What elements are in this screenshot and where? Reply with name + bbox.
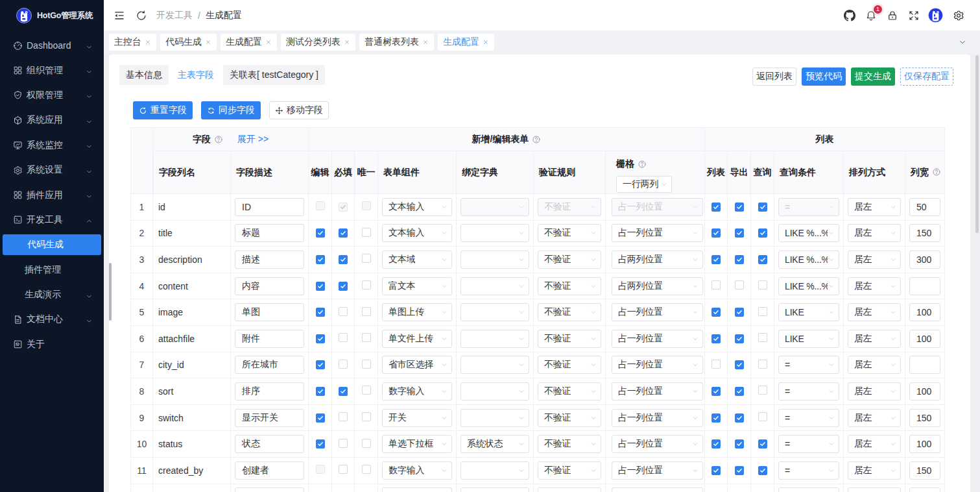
help-icon[interactable] — [532, 135, 541, 144]
rule-select[interactable]: 不验证 — [538, 251, 601, 269]
query-condition-select[interactable]: = — [778, 356, 839, 374]
required-checkbox[interactable] — [339, 307, 348, 316]
list-checkbox[interactable] — [711, 308, 721, 317]
grid-select[interactable]: 占一列位置 — [612, 330, 703, 348]
required-checkbox[interactable] — [339, 360, 348, 369]
card-tab-0[interactable]: 基本信息 — [119, 65, 169, 85]
dict-select[interactable] — [460, 356, 529, 374]
sidebar-item-menu-12[interactable]: 关于 — [0, 332, 104, 357]
column-width-input[interactable]: 100 — [909, 330, 940, 348]
grid-layout-select[interactable]: 一行两列 — [616, 176, 672, 193]
dict-select[interactable] — [460, 330, 529, 348]
export-checkbox[interactable] — [735, 439, 744, 449]
list-checkbox[interactable] — [711, 466, 721, 475]
dict-select[interactable] — [460, 277, 529, 295]
column-width-input[interactable]: 100 — [909, 435, 940, 453]
required-checkbox[interactable] — [339, 228, 348, 238]
action-button-0[interactable]: 返回列表 — [752, 68, 796, 86]
unique-checkbox[interactable] — [362, 254, 371, 263]
column-width-input[interactable] — [909, 487, 940, 492]
column-width-input[interactable]: 300 — [909, 251, 940, 269]
dict-select[interactable] — [460, 487, 529, 492]
help-icon[interactable] — [214, 135, 223, 144]
grid-select[interactable]: 占一列位置 — [612, 409, 703, 427]
page-scrollbar-thumb[interactable] — [975, 55, 979, 233]
sidebar-item-menu-1[interactable]: 组织管理 — [0, 58, 104, 82]
edit-checkbox[interactable] — [316, 282, 325, 291]
query-checkbox[interactable] — [758, 412, 767, 421]
column-width-input[interactable]: 150 — [909, 224, 940, 242]
query-checkbox[interactable] — [758, 307, 767, 316]
rule-select[interactable]: 不验证 — [538, 435, 601, 453]
column-width-input[interactable] — [909, 277, 940, 295]
rule-select[interactable]: 不验证 — [538, 224, 601, 242]
component-select[interactable]: 文本输入 — [382, 224, 452, 242]
column-width-input[interactable]: 150 — [909, 409, 940, 427]
unique-checkbox[interactable] — [362, 228, 371, 237]
help-icon[interactable] — [638, 160, 647, 169]
query-checkbox[interactable] — [758, 360, 767, 369]
dict-select[interactable] — [460, 382, 529, 400]
sidebar-item-menu-5[interactable]: 系统设置 — [0, 158, 104, 182]
grid-select[interactable]: 占一列位置 — [612, 356, 703, 374]
sidebar-item-menu-10[interactable]: 生成演示 — [0, 282, 104, 307]
edit-checkbox[interactable] — [316, 439, 325, 449]
export-checkbox[interactable] — [735, 203, 744, 212]
query-condition-select[interactable]: = — [778, 461, 839, 480]
card-tab-1[interactable]: 主表字段 — [171, 64, 221, 86]
field-desc-input[interactable]: 创建者 — [235, 461, 304, 480]
grid-select[interactable]: 占一列位置 — [612, 461, 703, 480]
unique-checkbox[interactable] — [362, 333, 371, 342]
close-icon[interactable] — [205, 39, 211, 45]
toolbar-button-0[interactable]: 重置字段 — [133, 101, 193, 119]
sidebar-item-dashboard[interactable]: Dashboard — [0, 33, 104, 58]
field-desc-input[interactable]: 附件 — [235, 330, 304, 348]
help-icon[interactable] — [932, 167, 941, 177]
grid-select[interactable]: 占一列位置 — [612, 435, 703, 453]
query-checkbox[interactable] — [758, 228, 767, 238]
rule-select[interactable]: 不验证 — [538, 303, 601, 321]
dict-select[interactable] — [460, 461, 529, 480]
edit-checkbox[interactable] — [316, 255, 325, 264]
page-tab-4[interactable]: 普通树表列表 — [359, 34, 434, 51]
lock-screen-icon[interactable] — [887, 10, 898, 21]
dict-select[interactable]: 系统状态 — [460, 435, 529, 453]
export-checkbox[interactable] — [735, 466, 744, 475]
settings-gear-icon[interactable] — [953, 10, 964, 21]
list-checkbox[interactable] — [711, 360, 721, 369]
field-desc-input[interactable]: 显示开关 — [235, 409, 304, 427]
column-width-input[interactable]: 100 — [909, 303, 940, 321]
align-select[interactable]: 居左 — [848, 224, 901, 242]
card-tab-2[interactable]: 关联表[ testCategory ] — [223, 65, 325, 85]
list-checkbox[interactable] — [711, 228, 721, 238]
component-select[interactable]: 文本域 — [382, 251, 452, 269]
dict-select[interactable] — [460, 303, 529, 321]
sidebar-item-menu-6[interactable]: 插件应用 — [0, 182, 104, 207]
align-select[interactable]: 居左 — [848, 409, 901, 427]
sidebar-item-menu-7[interactable]: 开发工具 — [0, 208, 104, 232]
column-width-input[interactable]: 100 — [909, 382, 940, 400]
sidebar-item-menu-8[interactable]: 代码生成 — [3, 234, 101, 255]
rule-select[interactable]: 不验证 — [538, 356, 601, 374]
query-condition-select[interactable] — [778, 487, 839, 492]
unique-checkbox[interactable] — [362, 280, 371, 289]
component-select[interactable]: 省市区选择 — [382, 356, 452, 374]
export-checkbox[interactable] — [735, 308, 744, 317]
align-select[interactable] — [848, 487, 901, 492]
list-checkbox[interactable] — [711, 203, 721, 212]
component-select[interactable]: 单文件上传 — [382, 330, 452, 348]
dict-select[interactable] — [460, 224, 529, 242]
close-icon[interactable] — [422, 39, 429, 45]
sidebar-item-menu-2[interactable]: 权限管理 — [0, 83, 104, 108]
action-button-3[interactable]: 仅保存配置 — [900, 68, 953, 86]
grid-select[interactable]: 占两列位置 — [612, 277, 703, 295]
rule-select[interactable]: 不验证 — [538, 461, 601, 480]
query-condition-select[interactable]: = — [778, 435, 839, 453]
page-tab-3[interactable]: 测试分类列表 — [281, 34, 355, 51]
toolbar-button-1[interactable]: 同步字段 — [201, 101, 261, 119]
component-select[interactable]: 富文本 — [382, 277, 452, 295]
export-checkbox[interactable] — [735, 387, 744, 396]
unique-checkbox[interactable] — [362, 307, 371, 316]
column-width-input[interactable] — [909, 356, 940, 374]
grid-select[interactable]: 占一列位置 — [612, 303, 703, 321]
